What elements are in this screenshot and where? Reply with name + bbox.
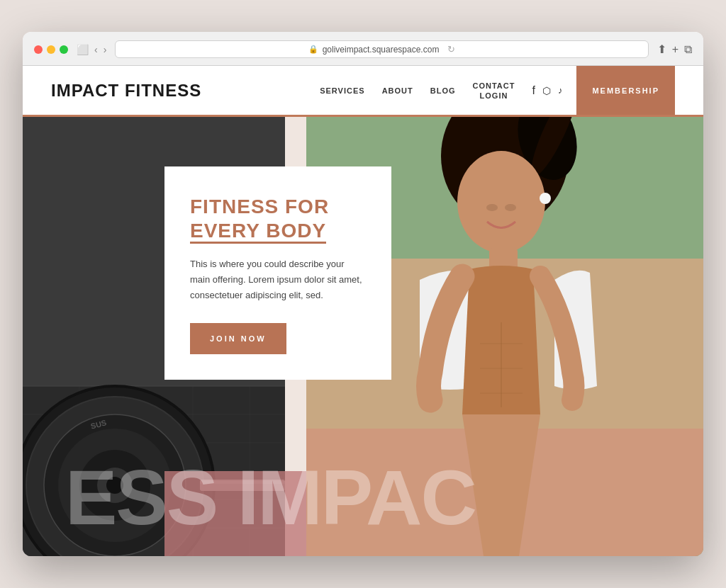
svg-point-18	[106, 477, 123, 494]
address-bar[interactable]: 🔒 goliveimpact.squarespace.com ↻	[115, 40, 648, 58]
minimize-button[interactable]	[47, 45, 55, 54]
lock-icon: 🔒	[308, 45, 318, 54]
sidebar-toggle-icon[interactable]: ⬜	[77, 44, 89, 55]
membership-button[interactable]: MEMBERSHIP	[576, 66, 675, 115]
close-button[interactable]	[34, 45, 43, 54]
svg-point-30	[486, 204, 498, 211]
traffic-lights	[34, 45, 68, 54]
svg-point-29	[457, 151, 545, 253]
new-tab-icon[interactable]: +	[672, 43, 678, 56]
forward-icon[interactable]: ›	[104, 44, 107, 55]
nav-link-login[interactable]: LOGIN	[480, 91, 508, 100]
accent-rectangle	[164, 471, 306, 556]
nav-contact-login-group: CONTACT LOGIN	[473, 81, 515, 100]
hero-section: SUS	[23, 117, 703, 556]
back-icon[interactable]: ‹	[94, 44, 98, 55]
svg-point-32	[540, 193, 551, 204]
nav-social: f ⬡ ♪	[532, 84, 562, 97]
browser-chrome: ⬜ ‹ › 🔒 goliveimpact.squarespace.com ↻ ⬆…	[23, 32, 703, 66]
browser-window: ⬜ ‹ › 🔒 goliveimpact.squarespace.com ↻ ⬆…	[23, 32, 703, 556]
browser-controls: ⬜ ‹ ›	[77, 44, 106, 55]
maximize-button[interactable]	[60, 45, 68, 54]
headline-line1: FITNESS FOR	[190, 195, 366, 219]
instagram-icon[interactable]: ⬡	[542, 85, 551, 96]
share-icon[interactable]: ⬆	[657, 43, 666, 56]
svg-point-31	[505, 204, 516, 211]
hero-description: This is where you could describe your ma…	[190, 256, 366, 303]
headline-line2-text: EVERY BODY	[190, 220, 326, 244]
brand-logo[interactable]: IMPACT FITNESS	[51, 81, 201, 101]
refresh-icon[interactable]: ↻	[447, 44, 455, 55]
join-now-button[interactable]: JOIN NOW	[190, 323, 286, 354]
facebook-icon[interactable]: f	[532, 84, 535, 97]
content-card: FITNESS FOR EVERY BODY This is where you…	[164, 166, 391, 380]
nav-link-blog[interactable]: BLOG	[430, 86, 456, 95]
hero-headline: FITNESS FOR EVERY BODY	[190, 195, 366, 242]
nav-links: SERVICES ABOUT BLOG CONTACT LOGIN	[320, 81, 515, 100]
nav-link-about[interactable]: ABOUT	[382, 86, 413, 95]
website: IMPACT FITNESS SERVICES ABOUT BLOG CONTA…	[23, 66, 703, 556]
navbar: IMPACT FITNESS SERVICES ABOUT BLOG CONTA…	[23, 66, 703, 117]
url-text: goliveimpact.squarespace.com	[323, 45, 440, 55]
headline-line2: EVERY BODY	[190, 219, 366, 243]
nav-link-services[interactable]: SERVICES	[320, 86, 364, 95]
tiktok-icon[interactable]: ♪	[558, 85, 563, 96]
tabs-icon[interactable]: ⧉	[684, 43, 692, 56]
browser-actions: ⬆ + ⧉	[657, 43, 692, 56]
nav-link-contact[interactable]: CONTACT	[473, 81, 515, 90]
